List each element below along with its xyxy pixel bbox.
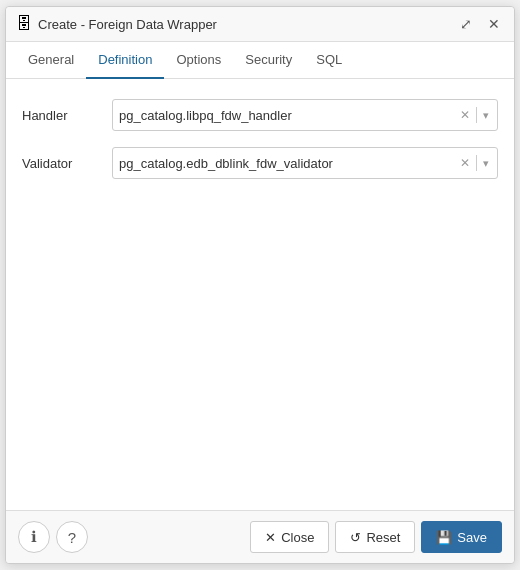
close-title-button[interactable]: ✕ — [484, 14, 504, 34]
close-label: Close — [281, 530, 314, 545]
title-bar-right: ⤢ ✕ — [456, 14, 504, 34]
info-icon: ℹ — [31, 528, 37, 546]
handler-arrow-icon[interactable]: ▾ — [481, 107, 491, 124]
save-icon: 💾 — [436, 530, 452, 545]
close-icon: ✕ — [265, 530, 276, 545]
expand-button[interactable]: ⤢ — [456, 14, 476, 34]
tab-definition[interactable]: Definition — [86, 42, 164, 79]
tab-security[interactable]: Security — [233, 42, 304, 79]
title-bar-left: 🗄 Create - Foreign Data Wrapper — [16, 15, 217, 33]
info-button[interactable]: ℹ — [18, 521, 50, 553]
help-button[interactable]: ? — [56, 521, 88, 553]
dialog: 🗄 Create - Foreign Data Wrapper ⤢ ✕ Gene… — [5, 6, 515, 564]
validator-clear-icon[interactable]: ✕ — [458, 154, 472, 172]
save-label: Save — [457, 530, 487, 545]
footer-left: ℹ ? — [18, 521, 88, 553]
handler-controls: ✕ ▾ — [458, 106, 491, 124]
reset-label: Reset — [366, 530, 400, 545]
validator-divider — [476, 155, 477, 171]
handler-divider — [476, 107, 477, 123]
save-button[interactable]: 💾 Save — [421, 521, 502, 553]
close-button[interactable]: ✕ Close — [250, 521, 329, 553]
handler-label: Handler — [22, 108, 112, 123]
validator-controls: ✕ ▾ — [458, 154, 491, 172]
reset-button[interactable]: ↺ Reset — [335, 521, 415, 553]
validator-arrow-icon[interactable]: ▾ — [481, 155, 491, 172]
handler-row: Handler pg_catalog.libpq_fdw_handler ✕ ▾ — [22, 99, 498, 131]
handler-select[interactable]: pg_catalog.libpq_fdw_handler ✕ ▾ — [112, 99, 498, 131]
handler-clear-icon[interactable]: ✕ — [458, 106, 472, 124]
tab-sql[interactable]: SQL — [304, 42, 354, 79]
footer-right: ✕ Close ↺ Reset 💾 Save — [250, 521, 502, 553]
validator-label: Validator — [22, 156, 112, 171]
validator-value: pg_catalog.edb_dblink_fdw_validator — [119, 156, 458, 171]
title-bar: 🗄 Create - Foreign Data Wrapper ⤢ ✕ — [6, 7, 514, 42]
validator-select[interactable]: pg_catalog.edb_dblink_fdw_validator ✕ ▾ — [112, 147, 498, 179]
tab-bar: General Definition Options Security SQL — [6, 42, 514, 79]
handler-value: pg_catalog.libpq_fdw_handler — [119, 108, 458, 123]
tab-options[interactable]: Options — [164, 42, 233, 79]
dialog-icon: 🗄 — [16, 15, 32, 33]
reset-icon: ↺ — [350, 530, 361, 545]
tab-general[interactable]: General — [16, 42, 86, 79]
validator-row: Validator pg_catalog.edb_dblink_fdw_vali… — [22, 147, 498, 179]
tab-content: Handler pg_catalog.libpq_fdw_handler ✕ ▾… — [6, 79, 514, 510]
help-icon: ? — [68, 529, 76, 546]
footer: ℹ ? ✕ Close ↺ Reset 💾 Save — [6, 510, 514, 563]
dialog-title: Create - Foreign Data Wrapper — [38, 17, 217, 32]
